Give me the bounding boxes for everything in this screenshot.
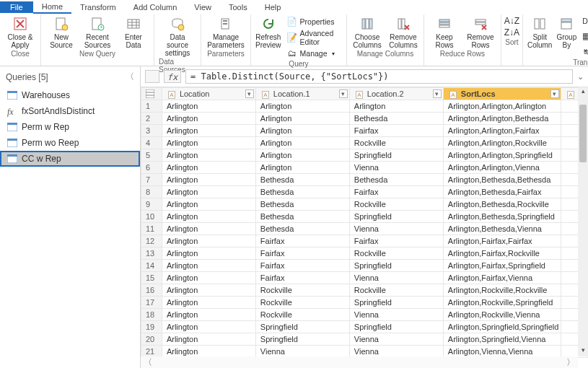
cell[interactable]: Springfield: [255, 321, 349, 333]
table-row[interactable]: 4ArlingtonArlingtonRockvilleArlington,Ar…: [141, 137, 588, 149]
scroll-right-icon[interactable]: 〉: [566, 356, 575, 369]
row-number[interactable]: 7: [141, 174, 162, 186]
cell[interactable]: Vienna: [349, 333, 443, 346]
cell[interactable]: Rockville: [349, 284, 443, 297]
table-row[interactable]: 17ArlingtonRockvilleSpringfieldArlington…: [141, 297, 588, 309]
cell[interactable]: Springfield: [349, 297, 443, 309]
cell[interactable]: Fairfax: [255, 272, 349, 284]
formula-input[interactable]: = Table.Distinct(Source, {"SortLocs"}): [185, 69, 573, 84]
cell[interactable]: Rockville: [255, 297, 349, 309]
scroll-down-icon[interactable]: ▾: [578, 346, 588, 356]
cell[interactable]: Arlington: [162, 137, 255, 149]
cell[interactable]: Arlington: [255, 113, 349, 125]
cell[interactable]: Bethesda: [255, 186, 349, 198]
cell[interactable]: Vienna: [349, 309, 443, 321]
row-number[interactable]: 5: [141, 149, 162, 162]
row-number[interactable]: 11: [141, 223, 162, 235]
replace-values-button[interactable]: ↹Replace Values: [581, 46, 588, 58]
row-number[interactable]: 8: [141, 186, 162, 198]
table-row[interactable]: 7ArlingtonBethesdaBethesdaArlington,Beth…: [141, 174, 588, 186]
tab-add-column[interactable]: Add Column: [125, 1, 186, 13]
row-number[interactable]: 18: [141, 309, 162, 321]
table-row[interactable]: 16ArlingtonRockvilleRockvilleArlington,R…: [141, 284, 588, 297]
table-row[interactable]: 10ArlingtonBethesdaSpringfieldArlington,…: [141, 211, 588, 223]
table-row[interactable]: 8ArlingtonBethesdaFairfaxArlington,Bethe…: [141, 186, 588, 198]
cell[interactable]: Arlington,Fairfax,Springfield: [443, 260, 561, 272]
cell[interactable]: Arlington: [162, 247, 255, 260]
cell[interactable]: Arlington,Fairfax,Vienna: [443, 272, 561, 284]
cell[interactable]: Arlington,Arlington,Bethesda: [443, 113, 561, 125]
cell[interactable]: Arlington: [162, 272, 255, 284]
query-item-perm-w-rep[interactable]: Perm w Rep: [0, 119, 140, 135]
cell[interactable]: Arlington,Arlington,Vienna: [443, 162, 561, 174]
cell[interactable]: Arlington: [162, 260, 255, 272]
table-row[interactable]: 21ArlingtonViennaViennaArlington,Vienna,…: [141, 346, 588, 358]
choose-columns-button[interactable]: Choose Columns: [351, 16, 383, 49]
cell[interactable]: Arlington,Arlington,Fairfax: [443, 125, 561, 137]
column-filter-icon[interactable]: ▾: [339, 89, 348, 98]
table-row[interactable]: 11ArlingtonBethesdaViennaArlington,Bethe…: [141, 223, 588, 235]
cell[interactable]: Arlington: [255, 125, 349, 137]
cell[interactable]: Vienna: [349, 272, 443, 284]
cell[interactable]: Bethesda: [349, 174, 443, 186]
cell[interactable]: Arlington: [162, 309, 255, 321]
cell[interactable]: Fairfax: [255, 235, 349, 247]
first-row-headers-button[interactable]: ▦Use First Row as Headers▾: [581, 27, 588, 45]
cell[interactable]: Arlington: [162, 125, 255, 137]
cell[interactable]: Fairfax: [255, 260, 349, 272]
remove-columns-button[interactable]: Remove Columns: [387, 16, 419, 49]
cell[interactable]: Arlington: [162, 321, 255, 333]
cell[interactable]: Arlington: [162, 198, 255, 211]
row-number[interactable]: 2: [141, 113, 162, 125]
cell[interactable]: Rockville: [255, 284, 349, 297]
enter-data-button[interactable]: Enter Data: [118, 16, 149, 49]
scroll-thumb[interactable]: [579, 105, 587, 162]
cell[interactable]: Arlington,Bethesda,Vienna: [443, 223, 561, 235]
cell[interactable]: Arlington: [255, 149, 349, 162]
cell[interactable]: Springfield: [349, 149, 443, 162]
tab-home[interactable]: Home: [33, 1, 71, 14]
expand-formula-icon[interactable]: ⌄: [577, 72, 584, 82]
cell[interactable]: Arlington: [255, 162, 349, 174]
cell[interactable]: Arlington: [162, 149, 255, 162]
cell[interactable]: Arlington: [162, 186, 255, 198]
cell[interactable]: Arlington,Springfield,Vienna: [443, 333, 561, 346]
cell[interactable]: Arlington,Fairfax,Rockville: [443, 247, 561, 260]
cell[interactable]: Arlington: [162, 100, 255, 113]
group-by-button[interactable]: Group By: [556, 16, 576, 49]
cell[interactable]: Arlington: [162, 211, 255, 223]
cell[interactable]: Springfield: [349, 211, 443, 223]
table-row[interactable]: 13ArlingtonFairfaxRockvilleArlington,Fai…: [141, 247, 588, 260]
query-item-perm-wo-reep[interactable]: Perm wo Reep: [0, 135, 140, 151]
cell[interactable]: Rockville: [255, 309, 349, 321]
table-row[interactable]: 5ArlingtonArlingtonSpringfieldArlington,…: [141, 149, 588, 162]
row-number[interactable]: 17: [141, 297, 162, 309]
column-header-location[interactable]: ALocation▾: [162, 88, 255, 100]
column-filter-icon[interactable]: ▾: [433, 89, 442, 98]
cell[interactable]: Bethesda: [255, 198, 349, 211]
remove-rows-button[interactable]: Remove Rows: [465, 16, 496, 49]
cell[interactable]: Arlington: [162, 113, 255, 125]
cell[interactable]: Arlington,Arlington,Arlington: [443, 100, 561, 113]
cell[interactable]: Arlington: [162, 346, 255, 358]
table-row[interactable]: 12ArlingtonFairfaxFairfaxArlington,Fairf…: [141, 235, 588, 247]
cell[interactable]: Fairfax: [349, 186, 443, 198]
recent-sources-button[interactable]: Recent Sources: [82, 16, 113, 49]
data-type-button[interactable]: Data Type: Text▾: [581, 16, 588, 26]
cell[interactable]: Arlington,Bethesda,Bethesda: [443, 174, 561, 186]
cell[interactable]: Arlington: [162, 297, 255, 309]
row-number-header[interactable]: [141, 88, 162, 100]
horizontal-scrollbar[interactable]: 〈 〉: [141, 356, 578, 368]
table-row[interactable]: 19ArlingtonSpringfieldSpringfieldArlingt…: [141, 321, 588, 333]
row-number[interactable]: 20: [141, 333, 162, 346]
table-row[interactable]: 14ArlingtonFairfaxSpringfieldArlington,F…: [141, 260, 588, 272]
tab-file[interactable]: File: [0, 1, 33, 13]
cell[interactable]: Arlington,Rockville,Vienna: [443, 309, 561, 321]
tab-view[interactable]: View: [185, 1, 220, 13]
column-header-location-1[interactable]: ALocation.1▾: [255, 88, 349, 100]
row-number[interactable]: 9: [141, 198, 162, 211]
tab-help[interactable]: Help: [256, 1, 290, 13]
table-row[interactable]: 18ArlingtonRockvilleViennaArlington,Rock…: [141, 309, 588, 321]
cell[interactable]: Arlington: [162, 162, 255, 174]
data-source-settings-button[interactable]: Data source settings: [159, 16, 196, 57]
